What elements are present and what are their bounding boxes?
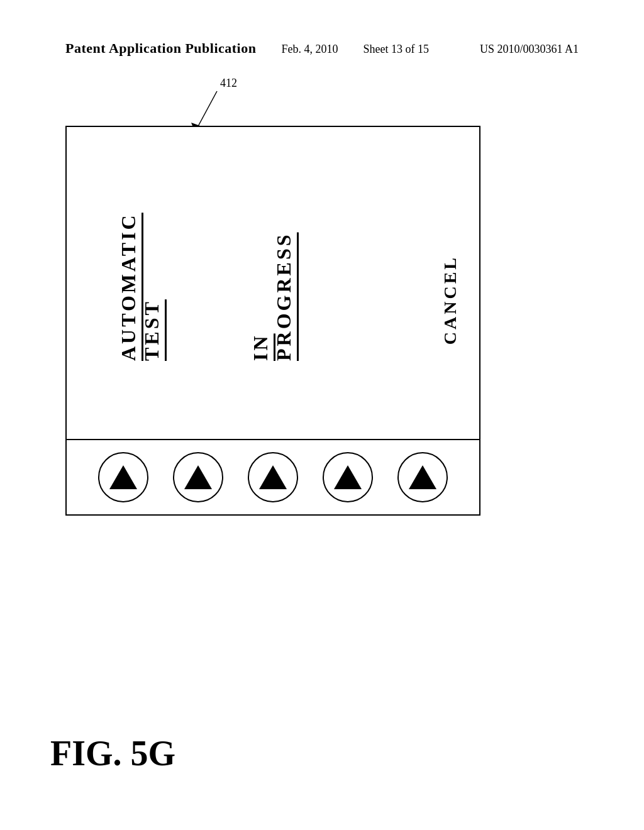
publication-title: Patent Application Publication bbox=[65, 40, 256, 57]
publication-date: Feb. 4, 2010 bbox=[281, 43, 338, 56]
icon-button-3[interactable] bbox=[248, 452, 298, 502]
device-bottom-bar bbox=[67, 439, 479, 514]
triangle-icon-3 bbox=[259, 465, 287, 489]
patent-number: US 2010/0030361 A1 bbox=[480, 43, 579, 56]
device-screen: AUTOMATIC TEST IN PROGRESS CANCEL bbox=[65, 126, 480, 516]
triangle-icon-5 bbox=[409, 465, 436, 489]
figure-label: FIG. 5G bbox=[50, 733, 175, 773]
icon-button-5[interactable] bbox=[397, 452, 448, 502]
triangle-icon-4 bbox=[334, 465, 362, 489]
icon-button-4[interactable] bbox=[323, 452, 373, 502]
device-main-area: AUTOMATIC TEST IN PROGRESS CANCEL bbox=[67, 127, 479, 439]
automatic-test-label: AUTOMATIC TEST bbox=[117, 205, 164, 361]
triangle-icon-1 bbox=[109, 465, 137, 489]
sheet-info: Sheet 13 of 15 bbox=[363, 43, 428, 56]
icon-button-2[interactable] bbox=[173, 452, 223, 502]
in-progress-label: IN PROGRESS bbox=[249, 205, 296, 361]
page-header: Patent Application Publication Feb. 4, 2… bbox=[0, 40, 644, 57]
cancel-label: CANCEL bbox=[440, 255, 460, 345]
svg-text:412: 412 bbox=[220, 77, 237, 89]
triangle-icon-2 bbox=[184, 465, 212, 489]
icon-button-1[interactable] bbox=[98, 452, 148, 502]
